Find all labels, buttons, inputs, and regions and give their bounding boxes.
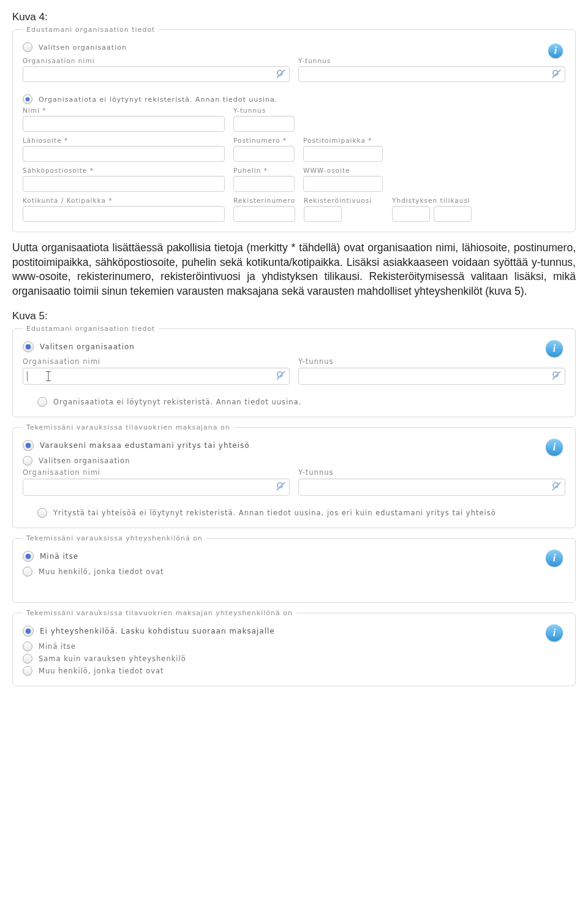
- radio-label: Minä itse: [40, 552, 78, 561]
- input-org-name[interactable]: [23, 368, 290, 385]
- input-org-name[interactable]: [23, 66, 290, 82]
- label-org-name: Organisaation nimi: [23, 57, 290, 64]
- radio-label: Muu henkilö, jonka tiedot ovat: [39, 567, 164, 576]
- body-paragraph: Uutta organisaatiota lisättäessä pakolli…: [12, 241, 576, 299]
- label-rekisterinumero: Rekisterinumero: [233, 197, 295, 204]
- ibeam-pointer-icon: [45, 371, 51, 381]
- radio-label: Valitsen organisaation: [40, 343, 135, 351]
- radio-label: Organisaatiota ei löytynyt rekisteristä.…: [53, 398, 301, 406]
- label-ytunnus: Y-tunnus: [298, 57, 565, 64]
- input-kotikunta[interactable]: [23, 206, 225, 222]
- radio-me[interactable]: [23, 642, 32, 651]
- radio-new-payer[interactable]: [37, 508, 47, 518]
- info-icon[interactable]: i: [546, 550, 563, 567]
- panel-legend: Tekemissäni varauksissa tilavuokrien mak…: [23, 609, 296, 617]
- panel-org-details-2: Edustamani organisaation tiedot Valitsen…: [12, 325, 576, 417]
- input-ytunnus[interactable]: [298, 368, 565, 385]
- label-puhelin: Puhelin *: [233, 167, 295, 174]
- panel-legend: Tekemissäni varauksissa tilavuokrien mak…: [23, 423, 234, 431]
- text-cursor: [27, 371, 28, 381]
- radio-new-org[interactable]: [37, 397, 47, 407]
- radio-label: Valitsen organisaation: [39, 44, 127, 51]
- label-email: Sähköpostiosoite *: [23, 167, 225, 174]
- input-rekisterinumero[interactable]: [233, 206, 295, 222]
- radio-select-org[interactable]: [23, 341, 34, 352]
- figure-caption-5: Kuva 5:: [12, 310, 576, 322]
- input-puhelin[interactable]: [233, 176, 295, 192]
- info-icon[interactable]: i: [546, 624, 563, 642]
- label-org-name: Organisaation nimi: [23, 468, 290, 477]
- label-tilikausi: Yhdistyksen tilikausi: [392, 197, 496, 204]
- radio-label: Varaukseni maksaa edustamani yritys tai …: [40, 441, 250, 450]
- label-ytunnus2: Y-tunnus: [233, 107, 295, 114]
- radio-no-contact[interactable]: [23, 626, 34, 637]
- info-icon[interactable]: i: [548, 44, 563, 58]
- input-ytunnus2[interactable]: [233, 116, 295, 132]
- label-www: WWW-osoite: [303, 167, 383, 174]
- input-rekvuosi[interactable]: [304, 206, 342, 222]
- label-postinumero: Postinumero *: [233, 137, 295, 144]
- radio-new-org[interactable]: [23, 94, 32, 104]
- input-www[interactable]: [303, 176, 383, 192]
- radio-label: Sama kuin varauksen yhteyshenkilö: [39, 654, 186, 663]
- panel-org-details-1: Edustamani organisaation tiedot Valitsen…: [12, 26, 576, 232]
- label-org-name: Organisaation nimi: [23, 357, 290, 366]
- label-ytunnus: Y-tunnus: [298, 357, 565, 366]
- panel-payer: Tekemissäni varauksissa tilavuokrien mak…: [12, 423, 576, 528]
- radio-label: Minä itse: [39, 642, 76, 651]
- input-postitoimipaikka[interactable]: [303, 146, 383, 162]
- radio-me[interactable]: [23, 551, 34, 562]
- radio-label: Ei yhteyshenkilöä. Lasku kohdistuu suora…: [40, 627, 275, 635]
- label-nimi: Nimi *: [23, 107, 225, 114]
- input-postinumero[interactable]: [233, 146, 295, 162]
- info-icon[interactable]: i: [546, 340, 563, 357]
- panel-contact: Tekemissäni varauksissa yhteyshenkilönä …: [12, 534, 576, 603]
- panel-legend: Edustamani organisaation tiedot: [23, 325, 159, 333]
- radio-select-org[interactable]: [23, 42, 32, 52]
- radio-select-org[interactable]: [23, 456, 32, 466]
- radio-label: Muu henkilö, jonka tiedot ovat: [39, 667, 164, 675]
- radio-label: Valitsen organisaation: [39, 456, 130, 465]
- radio-label: Yritystä tai yhteisöä ei löytynyt rekist…: [53, 509, 496, 517]
- input-tilikausi-start[interactable]: [392, 206, 430, 222]
- label-kotikunta: Kotikunta / Kotipaikka *: [23, 197, 225, 204]
- input-ytunnus[interactable]: [298, 66, 565, 82]
- figure-caption-4: Kuva 4:: [12, 11, 576, 23]
- radio-my-org-pays[interactable]: [23, 440, 34, 451]
- input-org-name[interactable]: [23, 479, 290, 496]
- input-lahiosoite[interactable]: [23, 146, 225, 162]
- input-ytunnus[interactable]: [298, 479, 565, 496]
- panel-payer-contact: Tekemissäni varauksissa tilavuokrien mak…: [12, 609, 576, 686]
- input-tilikausi-end[interactable]: [434, 206, 472, 222]
- panel-legend: Edustamani organisaation tiedot: [23, 26, 159, 34]
- label-rekvuosi: Rekisteröintivuosi: [304, 197, 383, 204]
- radio-other-person[interactable]: [23, 666, 32, 676]
- input-nimi[interactable]: [23, 116, 225, 132]
- radio-other-person[interactable]: [23, 567, 32, 577]
- panel-legend: Tekemissäni varauksissa yhteyshenkilönä …: [23, 534, 206, 542]
- info-icon[interactable]: i: [546, 439, 563, 456]
- input-email[interactable]: [23, 176, 225, 192]
- radio-label: Organisaatiota ei löytynyt rekisteristä.…: [39, 96, 277, 104]
- radio-same-as-booking[interactable]: [23, 654, 32, 664]
- label-lahiosoite: Lähiosoite *: [23, 137, 225, 144]
- label-ytunnus: Y-tunnus: [298, 468, 565, 477]
- label-postitoimipaikka: Postitoimipaikka *: [303, 137, 383, 144]
